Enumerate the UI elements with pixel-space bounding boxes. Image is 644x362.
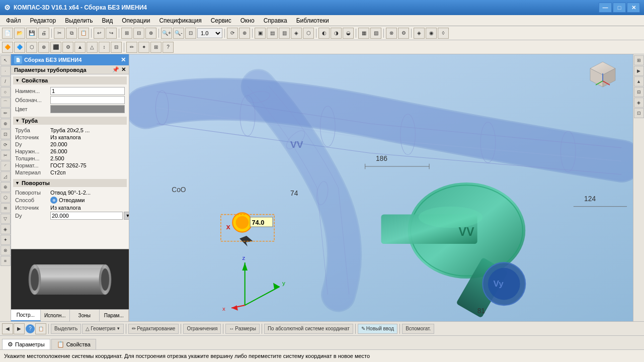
t2-btn-3[interactable]: ⬡ (26, 42, 37, 53)
menu-libraries[interactable]: Библиотеки (292, 16, 333, 25)
render-btn-1[interactable]: ◐ (318, 28, 330, 39)
btb-edit[interactable]: ✏ Редактирование (128, 324, 179, 334)
rotate-button[interactable]: ⟳ (227, 28, 238, 39)
btab-parameters[interactable]: ⚙ Параметры (2, 339, 50, 349)
undo-button[interactable]: ↩ (94, 28, 105, 39)
panel-close-button[interactable]: ✕ (121, 66, 126, 73)
open-button[interactable]: 📂 (14, 28, 25, 39)
paste-button[interactable]: 📋 (78, 28, 89, 39)
ltb-chamfer[interactable]: ◿ (1, 171, 11, 182)
menu-view[interactable]: Вид (98, 16, 117, 25)
ltb-extra1[interactable]: ▽ (1, 214, 11, 224)
rtb-btn-1[interactable]: ⊞ (634, 55, 644, 65)
docs-btn[interactable]: 📋 (35, 323, 46, 334)
section-properties-header[interactable]: ▼ Свойства (13, 76, 127, 84)
render-btn-3[interactable]: ◒ (343, 28, 354, 39)
cube-iso[interactable]: ◈ (291, 28, 302, 39)
menu-help[interactable]: Справка (260, 16, 291, 25)
ltb-line[interactable]: / (1, 76, 11, 86)
t2-btn-6[interactable]: ⚙ (62, 42, 73, 53)
cube-top[interactable]: ▤ (267, 28, 278, 39)
extra-btn-3[interactable]: ◊ (438, 28, 449, 39)
t2-btn-9[interactable]: ↕ (99, 42, 110, 53)
ltb-extrude[interactable]: ⊡ (1, 129, 11, 139)
ltb-measure[interactable]: ⊕ (1, 119, 11, 129)
t2-btn-8[interactable]: △ (87, 42, 98, 53)
copy-button[interactable]: ⧉ (66, 28, 77, 39)
menu-operations[interactable]: Операции (118, 16, 154, 25)
display-btn-1[interactable]: ▦ (358, 28, 369, 39)
ltb-pipe[interactable]: ≋ (1, 203, 11, 213)
panel-tab-zones[interactable]: Зоны (70, 310, 100, 321)
rtb-btn-2[interactable]: ▶ (634, 66, 644, 76)
panel-tab-build[interactable]: Постр... (11, 310, 41, 321)
maximize-button[interactable]: □ (613, 3, 626, 13)
ltb-extra4[interactable]: ⊗ (1, 245, 11, 255)
panel-tab-params[interactable]: Парам... (100, 310, 129, 321)
t2-btn-12[interactable]: ✦ (138, 42, 149, 53)
render-btn-2[interactable]: ◑ (331, 28, 342, 39)
color-picker[interactable] (50, 105, 125, 113)
prop-value-code[interactable] (50, 96, 125, 104)
minimize-button[interactable]: — (599, 3, 612, 13)
ltb-cut[interactable]: ✂ (1, 150, 11, 160)
btb-newinput[interactable]: ✎ Новый ввод (358, 324, 397, 334)
menu-service[interactable]: Сервис (207, 16, 235, 25)
viewport-3d[interactable]: VV Vy VV x 74.0 (129, 54, 633, 321)
btb-constraints[interactable]: Ограничения (183, 324, 221, 334)
zoom-combo[interactable]: 1.0 (197, 28, 222, 38)
zoom-fit-button[interactable]: ⊡ (185, 28, 196, 39)
settings-btn[interactable]: ⚙ (398, 28, 409, 39)
ltb-point[interactable]: · (1, 66, 11, 76)
orient-button[interactable]: ⊕ (239, 28, 250, 39)
menu-specification[interactable]: Спецификация (155, 16, 205, 25)
t2-btn-11[interactable]: ✏ (126, 42, 137, 53)
t2-btn-10[interactable]: ⊟ (111, 42, 122, 53)
btb-abscoord[interactable]: По абсолютной системе координат (264, 324, 353, 334)
panel-doc-close[interactable]: ✕ (121, 56, 126, 63)
nav-back[interactable]: ◀ (2, 323, 13, 334)
t2-btn-14[interactable]: ? (163, 42, 174, 53)
extra-btn-1[interactable]: ◈ (414, 28, 425, 39)
print-button[interactable]: 🖨 (38, 28, 49, 39)
t2-btn-1[interactable]: 🔶 (2, 42, 13, 53)
zoom-out-button[interactable]: 🔍- (173, 28, 184, 39)
ltb-circle[interactable]: ○ (1, 87, 11, 97)
rtb-btn-4[interactable]: ⊟ (634, 87, 644, 97)
t2-btn-5[interactable]: ⬛ (50, 42, 61, 53)
view-btn-1[interactable]: ⊞ (121, 28, 132, 39)
help-btn[interactable]: ? (26, 324, 35, 333)
t2-btn-13[interactable]: ⊞ (150, 42, 162, 53)
zoom-in-button[interactable]: 🔍+ (161, 28, 172, 39)
ltb-extra5[interactable]: ≡ (1, 256, 11, 266)
cube-front[interactable]: ▣ (255, 28, 266, 39)
snap-btn[interactable]: ⊗ (386, 28, 397, 39)
panel-tab-exec[interactable]: Исполн... (41, 310, 70, 321)
t2-btn-4[interactable]: ⊕ (38, 42, 49, 53)
extra-btn-2[interactable]: ◉ (426, 28, 437, 39)
menu-window[interactable]: Окно (236, 16, 259, 25)
cube-3d[interactable]: ⬡ (303, 28, 314, 39)
ltb-select[interactable]: ↖ (1, 55, 11, 65)
btb-dimensions[interactable]: ↔ Размеры (225, 324, 260, 334)
ltb-pen[interactable]: ✏ (1, 108, 11, 118)
rtb-btn-3[interactable]: ▲ (634, 76, 644, 86)
view-btn-2[interactable]: ⊟ (133, 28, 144, 39)
prop-value-name[interactable] (50, 87, 125, 95)
t2-btn-7[interactable]: ▲ (74, 42, 86, 53)
view-cube[interactable] (588, 59, 618, 89)
nav-forward[interactable]: ▶ (14, 323, 25, 334)
ltb-arc[interactable]: ⌒ (1, 98, 11, 108)
menu-file[interactable]: Файл (2, 16, 25, 25)
ltb-shell[interactable]: ⬡ (1, 193, 11, 203)
section-tube-header[interactable]: ▼ Труба (13, 117, 127, 125)
display-btn-2[interactable]: ▧ (370, 28, 381, 39)
dy2-dropdown[interactable]: ▼ (124, 212, 129, 220)
btb-select[interactable]: Выделить (51, 324, 81, 334)
ltb-extra2[interactable]: ◈ (1, 224, 11, 234)
close-button[interactable]: ✕ (627, 3, 640, 13)
save-button[interactable]: 💾 (26, 28, 37, 39)
ltb-fillet[interactable]: ◜ (1, 161, 11, 171)
prop-input-dy2[interactable] (50, 212, 123, 220)
btb-geometry[interactable]: △ Геометрия ▼ (82, 324, 124, 334)
